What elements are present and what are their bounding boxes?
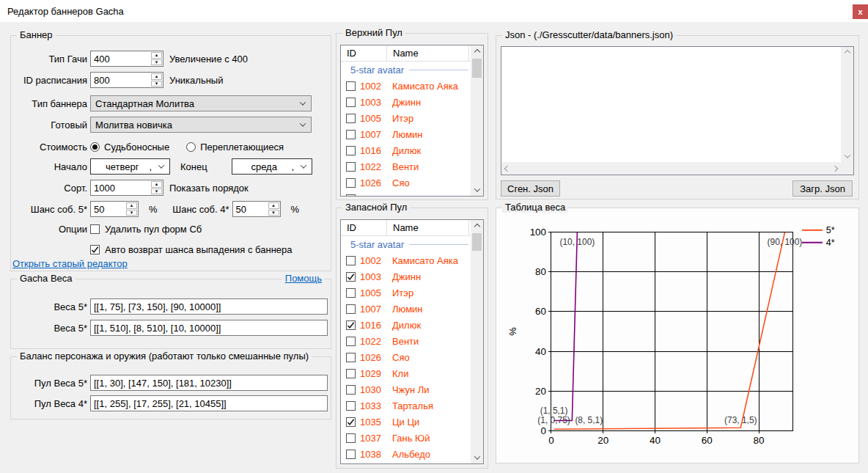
- row-checkbox[interactable]: [346, 146, 356, 155]
- scroll-down-icon[interactable]: [471, 451, 483, 463]
- column-header-id[interactable]: ID: [341, 220, 387, 236]
- pool-weights4-input[interactable]: [90, 395, 328, 411]
- row-checkbox[interactable]: [346, 194, 356, 197]
- cost-radio-intertwined[interactable]: [186, 142, 196, 152]
- row-checkbox[interactable]: [346, 256, 356, 265]
- row-checkbox[interactable]: [346, 353, 356, 362]
- list-header[interactable]: ID Name: [341, 45, 471, 62]
- list-item[interactable]: 1003Джинн: [341, 268, 471, 285]
- row-checkbox[interactable]: [346, 81, 356, 91]
- chance5-spinner[interactable]: ▲▼: [90, 201, 139, 217]
- row-checkbox[interactable]: [346, 337, 356, 346]
- sort-spinner[interactable]: ▲▼: [90, 180, 163, 196]
- list-item[interactable]: 1005Итэр: [341, 110, 471, 126]
- list-item[interactable]: 1005Итэр: [341, 285, 471, 301]
- row-checkbox[interactable]: [346, 272, 356, 282]
- scroll-left-icon[interactable]: [504, 165, 510, 171]
- scroll-down-icon[interactable]: [844, 152, 850, 158]
- list-item-partial[interactable]: [341, 191, 471, 196]
- start-day-combo[interactable]: четверг ,: [90, 158, 170, 175]
- list-item[interactable]: 1038Альбедо: [341, 446, 471, 462]
- list-item[interactable]: 1033Тарталья: [341, 397, 471, 414]
- help-link[interactable]: Помощь: [282, 273, 325, 284]
- weights5-input[interactable]: [90, 298, 328, 315]
- list-header[interactable]: ID Name: [341, 220, 471, 236]
- chance5-unit: %: [149, 204, 158, 215]
- upper-pool-scrollbar[interactable]: [471, 45, 483, 196]
- gacha-type-spinner[interactable]: ▲▼: [90, 51, 163, 67]
- json-content[interactable]: [502, 48, 840, 161]
- auto-return-checkbox[interactable]: [90, 245, 100, 254]
- spin-down-icon[interactable]: ▼: [268, 210, 279, 216]
- row-checkbox[interactable]: [346, 320, 356, 330]
- spin-up-icon[interactable]: ▲: [151, 181, 162, 188]
- pool-weights5-input[interactable]: [90, 375, 328, 391]
- list-item[interactable]: 1007Люмин: [341, 126, 471, 142]
- row-checkbox[interactable]: [346, 114, 356, 123]
- column-header-name[interactable]: Name: [387, 45, 469, 62]
- list-item[interactable]: 1016Дилюк: [341, 317, 471, 333]
- row-checkbox[interactable]: [346, 288, 356, 298]
- load-json-button[interactable]: Загр. Json: [792, 180, 853, 197]
- column-header-name[interactable]: Name: [387, 220, 469, 236]
- row-checkbox[interactable]: [346, 450, 356, 459]
- spin-up-icon[interactable]: ▲: [268, 202, 279, 209]
- column-header-id[interactable]: ID: [341, 45, 387, 62]
- row-checkbox[interactable]: [346, 433, 356, 443]
- list-item[interactable]: 1016Дилюк: [341, 142, 471, 158]
- scroll-down-icon[interactable]: [471, 183, 483, 196]
- spin-up-icon[interactable]: ▲: [151, 52, 162, 59]
- list-item[interactable]: 1026Сяо: [341, 175, 471, 191]
- schedule-id-spinner[interactable]: ▲▼: [90, 72, 163, 88]
- row-checkbox[interactable]: [346, 130, 356, 139]
- scrollbar-thumb[interactable]: [472, 59, 482, 78]
- json-textarea[interactable]: [501, 46, 854, 175]
- scrollbar-thumb[interactable]: [472, 233, 482, 251]
- reserve-pool-scrollbar[interactable]: [471, 220, 483, 463]
- row-checkbox[interactable]: [346, 98, 356, 107]
- cost-radio-fate[interactable]: [90, 142, 100, 152]
- chance4-spinner[interactable]: ▲▼: [232, 201, 281, 217]
- weights5b-input[interactable]: [90, 320, 328, 336]
- spin-down-icon[interactable]: ▼: [151, 81, 162, 87]
- spin-down-icon[interactable]: ▼: [151, 188, 162, 195]
- row-checkbox[interactable]: [346, 401, 356, 411]
- scroll-up-icon[interactable]: [471, 45, 483, 58]
- banner-type-combo[interactable]: Стандартная Молитва: [90, 95, 312, 111]
- list-item[interactable]: 1022Венти: [341, 333, 471, 349]
- row-checkbox[interactable]: [346, 178, 356, 188]
- spin-up-icon[interactable]: ▲: [151, 73, 162, 80]
- scroll-up-icon[interactable]: [844, 50, 850, 56]
- list-item[interactable]: 1002Камисато Аяка: [341, 78, 471, 94]
- row-checkbox[interactable]: [346, 304, 356, 314]
- spin-down-icon[interactable]: ▼: [126, 210, 137, 216]
- list-item[interactable]: 1035Ци Ци: [341, 414, 471, 430]
- row-checkbox[interactable]: [346, 369, 356, 378]
- row-checkbox[interactable]: [346, 162, 356, 172]
- scroll-up-icon[interactable]: [471, 220, 483, 232]
- open-old-editor-link[interactable]: Открыть старый редактор: [12, 258, 128, 269]
- row-checkbox[interactable]: [346, 385, 356, 395]
- end-day-combo[interactable]: среда ,: [232, 158, 312, 175]
- list-item[interactable]: 1002Камисато Аяка: [341, 252, 471, 268]
- row-checkbox[interactable]: [346, 417, 356, 427]
- list-item[interactable]: 1026Сяо: [341, 349, 471, 365]
- close-button[interactable]: x: [853, 4, 868, 19]
- spin-up-icon[interactable]: ▲: [126, 202, 137, 209]
- reserve-pool-list[interactable]: ID Name 5-star avatar1002Камисато Аяка10…: [340, 219, 484, 464]
- remove-pool-checkbox[interactable]: [90, 224, 100, 234]
- list-item[interactable]: 1037Гань Юй: [341, 430, 471, 446]
- json-horizontal-scrollbar[interactable]: [501, 162, 841, 175]
- preset-label: Готовый: [11, 120, 87, 131]
- upper-pool-list[interactable]: ID Name 5-star avatar1002Камисато Аяка10…: [340, 45, 484, 197]
- generate-json-button[interactable]: Сген. Json: [501, 180, 560, 197]
- scroll-right-icon[interactable]: [832, 165, 838, 171]
- list-item[interactable]: 1003Джинн: [341, 94, 471, 110]
- list-item[interactable]: 1022Венти: [341, 158, 471, 175]
- preset-combo[interactable]: Молитва новичка: [90, 117, 312, 133]
- json-vertical-scrollbar[interactable]: [841, 47, 853, 162]
- list-item[interactable]: 1030Чжун Ли: [341, 381, 471, 397]
- list-item[interactable]: 1007Люмин: [341, 301, 471, 317]
- list-item[interactable]: 1029Кли: [341, 365, 471, 381]
- spin-down-icon[interactable]: ▼: [151, 59, 162, 66]
